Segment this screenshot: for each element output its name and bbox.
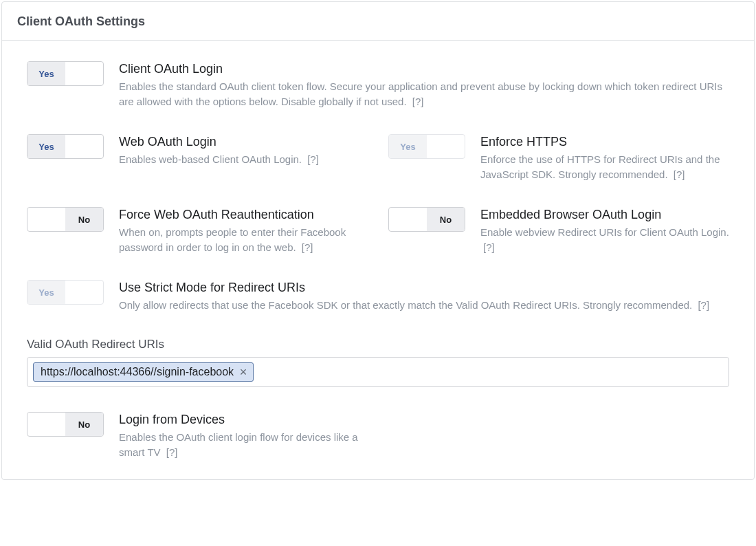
toggle-client-oauth-login[interactable]: Yes [27,61,104,86]
setting-row-login-devices: No Login from Devices Enables the OAuth … [27,412,729,460]
setting-desc: Enforce the use of HTTPS for Redirect UR… [480,152,729,182]
toggle-yes [27,413,65,436]
toggle-yes [389,208,427,231]
toggle-no: No [65,208,103,231]
setting-desc: Enables web-based Client OAuth Login. [?… [119,152,368,167]
help-icon[interactable]: [?] [698,299,709,311]
toggle-no: No [65,413,103,436]
redirect-uris-label: Valid OAuth Redirect URIs [27,338,729,351]
uri-token[interactable]: https://localhost:44366//signin-facebook… [33,362,254,382]
redirect-uris-text-input[interactable] [254,363,723,381]
setting-row-strict-mode: Yes Use Strict Mode for Redirect URIs On… [27,280,729,313]
setting-desc: Enables the OAuth client login flow for … [119,430,378,460]
toggle-embedded-browser[interactable]: No [388,207,465,232]
setting-title: Enforce HTTPS [480,134,729,149]
toggle-yes: Yes [27,62,65,85]
help-icon[interactable]: [?] [483,241,495,253]
toggle-no [427,135,465,158]
page-title: Client OAuth Settings [17,14,739,29]
toggle-no [65,281,103,304]
setting-title: Web OAuth Login [119,134,368,149]
help-icon[interactable]: [?] [302,241,313,253]
setting-desc: Enable webview Redirect URIs for Client … [480,225,729,255]
toggle-no: No [427,208,465,231]
setting-row-client-oauth-login: Yes Client OAuth Login Enables the stand… [27,61,729,109]
setting-desc: When on, prompts people to enter their F… [119,225,368,255]
toggle-no [65,62,103,85]
toggle-yes: Yes [27,135,65,158]
toggle-web-oauth-login[interactable]: Yes [27,134,104,159]
uri-token-text: https://localhost:44366//signin-facebook [41,366,234,378]
toggle-yes [27,208,65,231]
toggle-force-reauth[interactable]: No [27,207,104,232]
setting-title: Login from Devices [119,412,378,427]
toggle-yes: Yes [389,135,427,158]
toggle-login-devices[interactable]: No [27,412,104,437]
setting-desc: Enables the standard OAuth client token … [119,79,729,109]
setting-title: Force Web OAuth Reauthentication [119,207,368,222]
toggle-strict-mode[interactable]: Yes [27,280,104,305]
card-header: Client OAuth Settings [2,2,754,41]
setting-row-web-https: Yes Web OAuth Login Enables web-based Cl… [27,134,729,182]
setting-desc: Only allow redirects that use the Facebo… [119,298,729,313]
toggle-no [65,135,103,158]
card-body: Yes Client OAuth Login Enables the stand… [2,41,754,479]
oauth-settings-card: Client OAuth Settings Yes Client OAuth L… [1,1,755,480]
setting-title: Embedded Browser OAuth Login [480,207,729,222]
redirect-uris-input[interactable]: https://localhost:44366//signin-facebook… [27,357,729,387]
help-icon[interactable]: [?] [307,153,319,165]
close-icon[interactable]: × [238,367,249,378]
toggle-enforce-https[interactable]: Yes [388,134,465,159]
help-icon[interactable]: [?] [166,446,178,458]
toggle-yes: Yes [27,281,65,304]
setting-row-reauth-embedded: No Force Web OAuth Reauthentication When… [27,207,729,255]
setting-title: Client OAuth Login [119,61,729,76]
help-icon[interactable]: [?] [674,168,685,180]
help-icon[interactable]: [?] [412,96,424,107]
setting-title: Use Strict Mode for Redirect URIs [119,280,729,295]
